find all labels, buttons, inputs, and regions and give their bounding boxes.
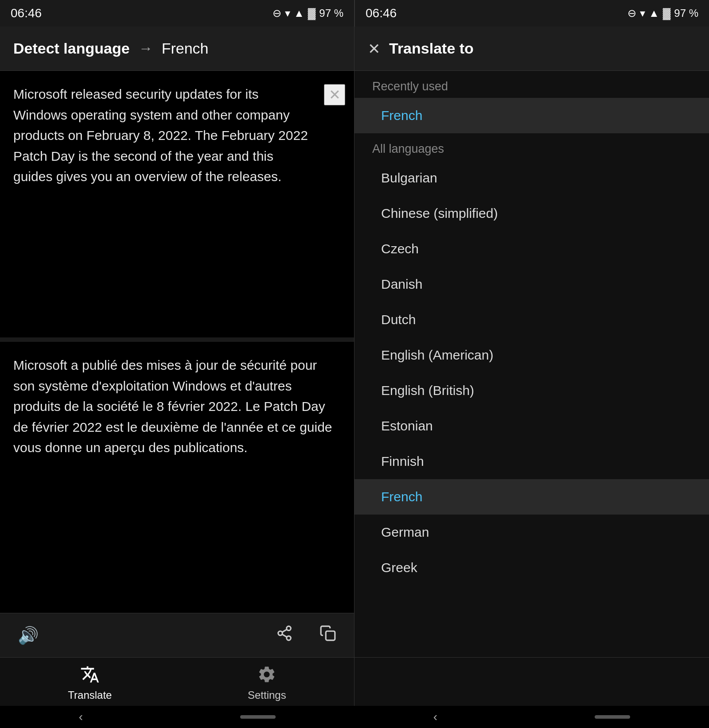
lang-name-finnish: Finnish [381,454,424,469]
clear-source-button[interactable]: ✕ [324,84,345,105]
back-chevron-right[interactable]: ‹ [433,710,437,724]
nav-settings[interactable]: Settings [248,662,286,701]
lang-name-bulgarian: Bulgarian [381,170,437,186]
lang-item-estonian[interactable]: Estonian [354,408,709,444]
header-right: ✕ Translate to [354,27,709,71]
status-bar-left: 06:46 ⊖ ▾ ▲ ▓ 97 % [0,0,354,27]
lang-name-english-british: English (British) [381,383,474,398]
arrow-icon: → [139,40,153,57]
right-panel-nav [354,657,709,706]
recently-used-title: Recently used [354,71,709,98]
back-chevron-left[interactable]: ‹ [79,710,83,724]
translate-to-label: Translate to [389,40,474,57]
lang-item-czech[interactable]: Czech [354,231,709,267]
do-not-disturb-icon-r: ⊖ [627,7,636,19]
gesture-bar-left: ‹ [0,710,354,724]
close-icon: ✕ [329,86,341,103]
left-panel: Detect language → French Microsoft relea… [0,27,354,706]
lang-name-greek: Greek [381,560,417,575]
lang-name-chinese-simplified: Chinese (simplified) [381,206,498,221]
translation-area: Microsoft a publié des mises à jour de s… [0,342,354,613]
svg-point-0 [287,626,291,631]
source-area: Microsoft released security updates for … [0,71,354,337]
lang-name-german: German [381,525,429,540]
lang-name-czech: Czech [381,241,419,256]
bottom-toolbar: 🔊 [0,613,354,657]
gesture-bar: ‹ ‹ [0,706,709,728]
signal-icon-r: ▲ [649,7,659,19]
battery-icon-r: ▓ [663,7,671,19]
translate-nav-icon [78,662,102,686]
lang-item-french-recent[interactable]: French [354,98,709,133]
lang-item-finnish[interactable]: Finnish [354,444,709,479]
detect-language-label[interactable]: Detect language [13,40,130,57]
svg-rect-5 [326,631,335,640]
lang-item-dutch[interactable]: Dutch [354,302,709,337]
lang-item-bulgarian[interactable]: Bulgarian [354,160,709,196]
lang-name-dutch: Dutch [381,312,416,327]
lang-name-estonian: Estonian [381,418,433,434]
lang-item-english-american[interactable]: English (American) [354,337,709,373]
battery-percent-right: 97 % [674,7,698,19]
battery-icon: ▓ [308,7,316,19]
share-button[interactable] [276,625,293,646]
svg-point-1 [278,631,283,635]
settings-nav-label: Settings [248,689,286,701]
all-languages-title: All languages [354,133,709,160]
status-icons-right: ⊖ ▾ ▲ ▓ 97 % [627,7,698,19]
translation-text: Microsoft a publié des mises à jour de s… [13,355,341,458]
settings-nav-icon [255,662,279,686]
svg-line-4 [282,629,287,632]
lang-item-german[interactable]: German [354,515,709,550]
bottom-nav-left: Translate Settings [0,657,354,706]
lang-name-french-recent: French [381,108,422,123]
lang-name-english-american: English (American) [381,348,493,363]
signal-icon: ▲ [294,7,304,19]
source-text[interactable]: Microsoft released security updates for … [13,84,341,187]
time-right: 06:46 [366,6,397,20]
translate-nav-label: Translate [68,689,112,701]
selected-language-label[interactable]: French [162,40,209,57]
language-list[interactable]: Recently used French All languages Bulga… [354,71,709,657]
nav-left-half: Translate Settings [0,658,354,706]
nav-translate[interactable]: Translate [68,662,112,701]
gesture-pill-left[interactable] [240,715,276,719]
status-bar: 06:46 ⊖ ▾ ▲ ▓ 97 % 06:46 ⊖ ▾ ▲ ▓ 97 % [0,0,709,27]
battery-percent-left: 97 % [319,7,343,19]
lang-item-english-british[interactable]: English (British) [354,373,709,408]
wifi-icon: ▾ [285,7,290,19]
copy-button[interactable] [319,625,336,646]
lang-name-french-all: French [381,489,422,504]
translate-to-close-button[interactable]: ✕ [368,40,380,58]
volume-button[interactable]: 🔊 [18,626,39,645]
header-left: Detect language → French [0,27,354,71]
lang-item-danish[interactable]: Danish [354,267,709,302]
panel-divider [0,337,354,342]
main-content: Detect language → French Microsoft relea… [0,27,709,706]
svg-line-3 [282,634,287,637]
svg-point-2 [287,636,291,640]
do-not-disturb-icon: ⊖ [273,7,281,19]
lang-item-french-all[interactable]: French [354,479,709,515]
lang-name-danish: Danish [381,277,422,292]
status-bar-right: 06:46 ⊖ ▾ ▲ ▓ 97 % [355,0,709,27]
time-left: 06:46 [11,6,42,20]
right-panel: ✕ Translate to Recently used French All … [354,27,709,706]
gesture-bar-right: ‹ [354,710,709,724]
gesture-pill-right[interactable] [595,715,630,719]
lang-item-greek[interactable]: Greek [354,550,709,585]
wifi-icon-r: ▾ [640,7,645,19]
status-icons-left: ⊖ ▾ ▲ ▓ 97 % [273,7,343,19]
lang-item-chinese-simplified[interactable]: Chinese (simplified) [354,196,709,231]
